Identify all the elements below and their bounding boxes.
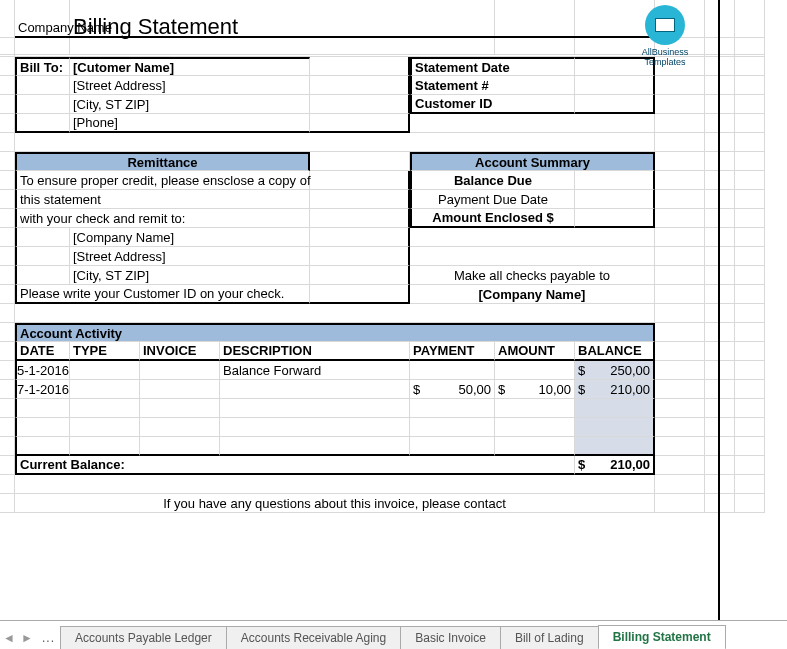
bill-to-phone[interactable]: [Phone]: [70, 114, 310, 133]
col-date: DATE: [15, 342, 70, 361]
payable-name[interactable]: [Company Name]: [410, 285, 655, 304]
balance-due-label: Balance Due: [410, 171, 575, 190]
remittance-text-2: with your check and remit to:: [15, 209, 310, 228]
remittance-text-1b: this statement: [15, 190, 310, 209]
bill-to-label: Bill To:: [15, 57, 70, 76]
bill-to-customer[interactable]: [Cutomer Name]: [70, 57, 310, 76]
logo-text-2: Templates: [630, 57, 700, 67]
current-balance-value: $210,00: [575, 456, 655, 475]
col-desc: DESCRIPTION: [220, 342, 410, 361]
tab-basic-invoice[interactable]: Basic Invoice: [400, 626, 501, 649]
laptop-icon: [645, 5, 685, 45]
tab-accounts-payable[interactable]: Accounts Payable Ledger: [60, 626, 227, 649]
table-row[interactable]: 5-1-2016: [15, 361, 70, 380]
table-row[interactable]: 7-1-2016: [15, 380, 70, 399]
company-name-label[interactable]: Company Name: [15, 19, 655, 38]
amount-enclosed-label: Amount Enclosed $: [410, 209, 575, 228]
col-type: TYPE: [70, 342, 140, 361]
current-balance-label: Current Balance:: [15, 456, 575, 475]
logo-text-1: AllBusiness: [630, 47, 700, 57]
tab-more[interactable]: ...: [36, 627, 61, 649]
remittance-text-1: To ensure proper credit, please ensclose…: [15, 171, 310, 190]
bill-to-cityzip[interactable]: [City, ST ZIP]: [70, 95, 310, 114]
payable-text: Make all checks payable to: [410, 266, 655, 285]
col-payment: PAYMENT: [410, 342, 495, 361]
remit-cityzip[interactable]: [City, ST ZIP]: [70, 266, 310, 285]
remittance-footer: Please write your Customer ID on your ch…: [15, 285, 310, 304]
remit-company[interactable]: [Company Name]: [70, 228, 310, 247]
account-summary-header: Account Summary: [410, 152, 655, 171]
col-invoice: INVOICE: [140, 342, 220, 361]
tab-bill-of-lading[interactable]: Bill of Lading: [500, 626, 599, 649]
tab-scroll-left-icon[interactable]: ◄: [0, 627, 18, 649]
remittance-header: Remittance: [15, 152, 310, 171]
tab-scroll-right-icon[interactable]: ►: [18, 627, 36, 649]
account-activity-header: Account Activity: [15, 323, 655, 342]
print-boundary-line: [718, 0, 720, 620]
remit-street[interactable]: [Street Address]: [70, 247, 310, 266]
brand-logo: AllBusiness Templates: [630, 5, 700, 67]
tab-accounts-receivable[interactable]: Accounts Receivable Aging: [226, 626, 401, 649]
statement-date-label: Statement Date: [410, 57, 575, 76]
bill-to-street[interactable]: [Street Address]: [70, 76, 310, 95]
col-balance: BALANCE: [575, 342, 655, 361]
customer-id-label: Customer ID: [410, 95, 575, 114]
spreadsheet-grid[interactable]: Billing Statement Company Name Bill To: …: [0, 0, 787, 513]
col-amount: AMOUNT: [495, 342, 575, 361]
statement-number-label: Statement #: [410, 76, 575, 95]
payment-due-date-label: Payment Due Date: [410, 190, 575, 209]
tab-billing-statement[interactable]: Billing Statement: [598, 625, 726, 649]
sheet-tabs: ◄ ► ... Accounts Payable Ledger Accounts…: [0, 620, 787, 649]
contact-footer: If you have any questions about this inv…: [15, 494, 655, 513]
